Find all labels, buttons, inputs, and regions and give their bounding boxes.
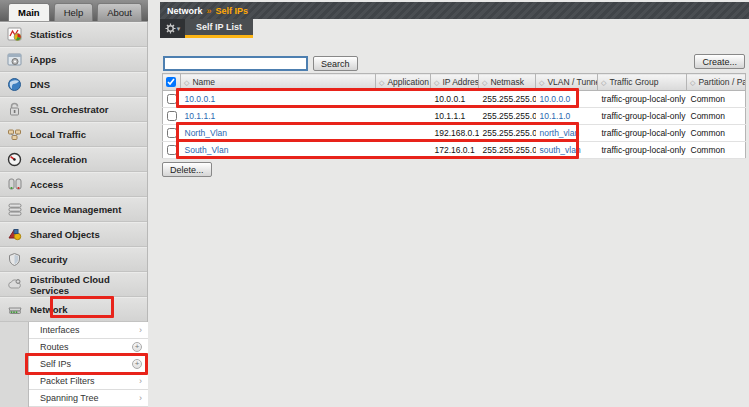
iapps-icon [7, 52, 23, 67]
submenu-item-label: Self IPs [40, 359, 71, 369]
sidebar-item-acceleration[interactable]: Acceleration [0, 147, 147, 172]
self-ip-name-link[interactable]: South_Vlan [185, 145, 229, 155]
select-all-checkbox[interactable] [166, 77, 176, 87]
self-ip-name-link[interactable]: 10.0.0.1 [185, 94, 216, 104]
self-ip-name-link[interactable]: North_Vlan [185, 128, 228, 138]
submenu-item-interfaces[interactable]: Interfaces › [29, 322, 148, 339]
acceleration-icon [7, 152, 23, 167]
add-route-icon[interactable]: + [132, 342, 142, 352]
shared-objects-icon [7, 227, 23, 242]
sidebar-item-security[interactable]: Security [0, 247, 147, 272]
submenu-item-spanning-tree[interactable]: Spanning Tree › [29, 390, 148, 407]
tab-main[interactable]: Main [8, 3, 50, 21]
search-input[interactable] [163, 56, 308, 71]
self-ip-table: ◇Name ◇Application ◇IP Address ◇Netmask … [162, 73, 746, 159]
sidebar-item-label: SSL Orchestrator [30, 104, 109, 115]
table-row: South_Vlan 172.16.0.1 255.255.255.0 sout… [163, 142, 746, 159]
tab-help[interactable]: Help [54, 3, 94, 21]
search-button[interactable]: Search [313, 56, 358, 71]
sidebar-item-label: Statistics [30, 29, 72, 40]
breadcrumb-separator-icon: » [207, 6, 212, 16]
tab-about[interactable]: About [97, 3, 142, 21]
vlan-link[interactable]: 10.1.1.0 [540, 111, 571, 121]
column-header-partition-path[interactable]: ◇Partition / Path [687, 74, 746, 91]
sort-icon: ◇ [184, 79, 189, 86]
netmask-cell: 255.255.255.0 [479, 125, 536, 142]
sidebar-item-label: Security [30, 254, 68, 265]
chevron-right-icon: › [139, 376, 142, 386]
add-self-ip-icon[interactable]: + [132, 359, 142, 369]
column-header-application[interactable]: ◇Application [376, 74, 431, 91]
sort-icon: ◇ [539, 79, 544, 86]
submenu-item-label: Packet Filters [40, 376, 95, 386]
column-header-ip-address[interactable]: ◇IP Address [431, 74, 479, 91]
sidebar-item-shared-objects[interactable]: Shared Objects [0, 222, 147, 247]
row-checkbox[interactable] [167, 145, 177, 155]
top-tab-bar: Main Help About [0, 0, 148, 22]
sidebar-item-ssl-orchestrator[interactable]: SSL Orchestrator [0, 97, 147, 122]
network-submenu: Interfaces › Routes + Self IPs + Packet … [28, 322, 148, 407]
table-row: 10.0.0.1 10.0.0.1 255.255.255.0 10.0.0.0… [163, 91, 746, 108]
submenu-item-self-ips[interactable]: Self IPs + [29, 356, 148, 373]
traffic-group-cell: traffic-group-local-only [598, 91, 687, 108]
subtab-bar: ▾ Self IP List [160, 19, 253, 38]
sidebar-item-access[interactable]: Access [0, 172, 147, 197]
sidebar-item-label: Distributed Cloud Services [30, 274, 147, 296]
sidebar-item-local-traffic[interactable]: Local Traffic [0, 122, 147, 147]
sidebar-item-label: Device Management [30, 204, 121, 215]
sidebar-item-device-management[interactable]: Device Management [0, 197, 147, 222]
row-checkbox[interactable] [167, 128, 177, 138]
sidebar: Statistics iApps DNS SSL Orchestrator Lo… [0, 22, 148, 407]
netmask-cell: 255.255.255.0 [479, 142, 536, 159]
column-header-netmask[interactable]: ◇Netmask [479, 74, 536, 91]
sidebar-item-distributed-cloud-services[interactable]: Distributed Cloud Services [0, 272, 147, 297]
delete-button[interactable]: Delete... [162, 162, 212, 177]
sort-icon: ◇ [690, 79, 695, 86]
cloud-icon [7, 277, 23, 292]
traffic-group-cell: traffic-group-local-only [598, 125, 687, 142]
statistics-icon [7, 27, 23, 42]
table-header-row: ◇Name ◇Application ◇IP Address ◇Netmask … [163, 74, 746, 91]
ip-address-cell: 192.168.0.1 [431, 125, 479, 142]
self-ip-name-link[interactable]: 10.1.1.1 [185, 111, 216, 121]
netmask-cell: 255.255.255.0 [479, 91, 536, 108]
partition-cell: Common [687, 125, 746, 142]
access-icon [7, 177, 23, 192]
sidebar-item-label: DNS [30, 79, 50, 90]
column-header-traffic-group[interactable]: ◇Traffic Group [598, 74, 687, 91]
breadcrumb-page: Self IPs [216, 6, 249, 16]
tab-self-ip-list[interactable]: Self IP List [185, 19, 253, 38]
table-row: 10.1.1.1 10.1.1.1 255.255.255.0 10.1.1.0… [163, 108, 746, 125]
sort-icon: ◇ [482, 79, 487, 86]
ip-address-cell: 10.1.1.1 [431, 108, 479, 125]
partition-cell: Common [687, 108, 746, 125]
chevron-down-icon: ▾ [177, 25, 181, 33]
sort-icon: ◇ [379, 79, 384, 86]
vlan-link[interactable]: north_vlan [540, 128, 580, 138]
row-checkbox[interactable] [167, 94, 177, 104]
sidebar-item-label: Shared Objects [30, 229, 100, 240]
vlan-link[interactable]: south_vlan [540, 145, 581, 155]
sort-icon: ◇ [434, 79, 439, 86]
sidebar-item-network[interactable]: Network [0, 297, 147, 322]
submenu-item-packet-filters[interactable]: Packet Filters › [29, 373, 148, 390]
vlan-link[interactable]: 10.0.0.0 [540, 94, 571, 104]
application-cell [376, 125, 431, 142]
application-cell [376, 91, 431, 108]
submenu-item-routes[interactable]: Routes + [29, 339, 148, 356]
page-options-button[interactable]: ▾ [160, 19, 185, 38]
sidebar-item-label: Acceleration [30, 154, 87, 165]
create-button[interactable]: Create... [694, 54, 745, 69]
column-header-vlan-tunnel[interactable]: ◇VLAN / Tunnel [536, 74, 598, 91]
sidebar-item-label: Access [30, 179, 63, 190]
sidebar-item-statistics[interactable]: Statistics [0, 22, 147, 47]
column-header-name[interactable]: ◇Name [181, 74, 376, 91]
sidebar-item-dns[interactable]: DNS [0, 72, 147, 97]
sort-icon: ◇ [601, 79, 606, 86]
sidebar-item-iapps[interactable]: iApps [0, 47, 147, 72]
partition-cell: Common [687, 142, 746, 159]
row-checkbox[interactable] [167, 111, 177, 121]
traffic-group-cell: traffic-group-local-only [598, 108, 687, 125]
submenu-item-label: Spanning Tree [40, 393, 99, 403]
breadcrumb-section: Network [167, 6, 203, 16]
